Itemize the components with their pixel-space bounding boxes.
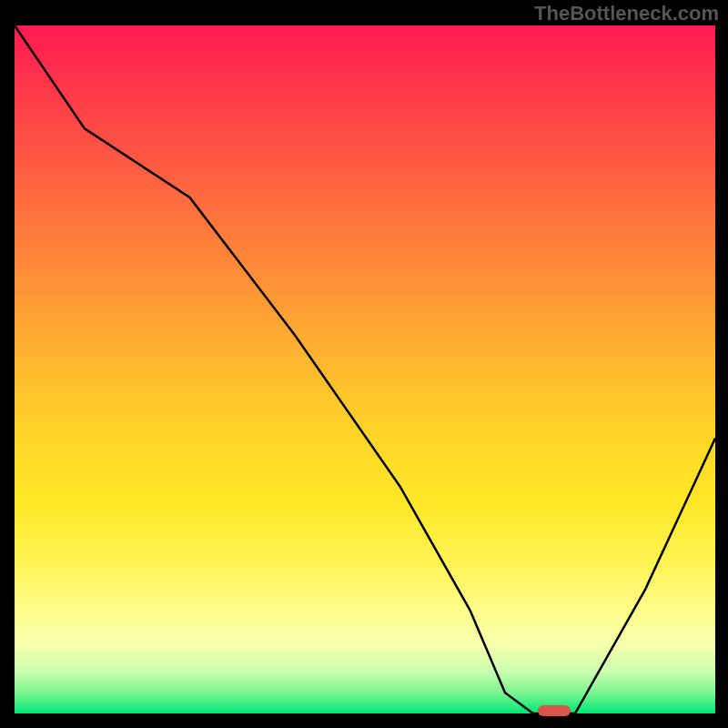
watermark-text: TheBottleneck.com [534,2,719,25]
x-axis [13,713,715,715]
y-axis [13,25,15,715]
chart-container: TheBottleneck.com [0,0,728,728]
optimal-marker [538,705,571,716]
bottleneck-curve [15,25,715,713]
plot-area [15,25,715,713]
curve-svg [15,25,715,713]
